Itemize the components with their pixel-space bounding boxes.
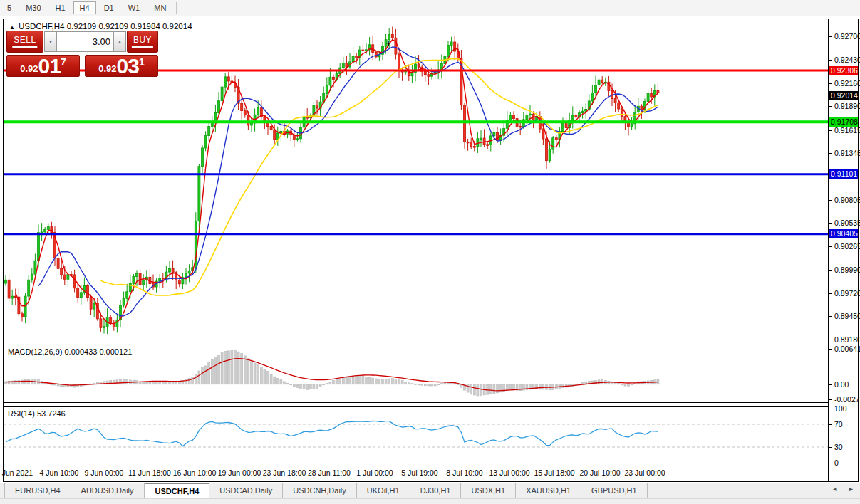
bull-candle-body xyxy=(31,274,33,280)
timeframe-button-mn[interactable]: MN xyxy=(147,1,172,14)
bear-candle-body xyxy=(306,117,309,119)
timeframe-button-h1[interactable]: H1 xyxy=(49,1,72,14)
bear-candle-body xyxy=(241,103,243,110)
bear-candle-body xyxy=(113,323,115,327)
candle xyxy=(454,36,456,60)
sell-price-prefix: 0.92 xyxy=(20,63,38,74)
candle xyxy=(251,118,253,132)
x-axis-label: 16 Jun 10:00 xyxy=(173,468,217,477)
bear-candle-body xyxy=(61,268,63,275)
bull-candle-body xyxy=(352,56,354,62)
buy-button-top[interactable]: BUY xyxy=(127,31,158,53)
y-axis-tick-label: 0.89990 xyxy=(834,266,860,274)
timeframe-button-d1[interactable]: D1 xyxy=(98,1,120,14)
candle xyxy=(300,120,302,142)
chart-tab-usdcnh[interactable]: USDCNH,Daily xyxy=(283,483,357,498)
candle xyxy=(382,42,384,60)
one-click-trade-panel: SELL 0.92 01 7 BUY 0.92 03 xyxy=(6,31,158,77)
x-axis-label: 28 Jun 11:00 xyxy=(308,468,351,477)
candle xyxy=(368,37,371,55)
bear-candle-body xyxy=(464,105,466,142)
bull-candle-body xyxy=(103,326,105,327)
timeframe-button-m30[interactable]: M30 xyxy=(19,1,47,14)
macd-histogram-bar xyxy=(382,379,384,384)
candle xyxy=(362,45,364,60)
bear-candle-body xyxy=(497,132,499,140)
volume-increase-button[interactable]: ▲ xyxy=(113,31,126,52)
rsi-line xyxy=(6,421,658,446)
collapse-panel-icon[interactable]: ▲ xyxy=(9,24,15,31)
macd-histogram-bar xyxy=(214,357,217,384)
chart-tab-xauusd[interactable]: XAUUSD,H1 xyxy=(516,483,581,498)
candle xyxy=(260,100,262,122)
macd-histogram-bar xyxy=(247,358,249,384)
bear-candle-body xyxy=(172,268,174,272)
rsi-axis-tick xyxy=(828,424,832,425)
macd-histogram-bar xyxy=(152,382,155,384)
bear-candle-body xyxy=(657,91,659,93)
y-axis-tick-label: 0.92430 xyxy=(834,56,860,64)
chart-tab-usdx[interactable]: USDX,H1 xyxy=(461,483,516,498)
bull-candle-body xyxy=(28,280,30,296)
bear-candle-body xyxy=(513,115,515,119)
candle xyxy=(571,106,574,128)
sell-price-display[interactable]: 0.92 01 7 xyxy=(6,55,80,77)
macd-histogram-bar xyxy=(260,367,262,384)
chart-tab-eurusd[interactable]: EURUSD,H4 xyxy=(4,483,71,498)
macd-histogram-bar xyxy=(428,384,430,386)
macd-histogram-bar xyxy=(411,384,413,384)
macd-histogram-bar xyxy=(493,384,495,394)
tab-scroll-right-icon[interactable]: ► xyxy=(848,485,854,493)
candle xyxy=(155,278,157,293)
candle xyxy=(631,117,633,130)
rsi-pane-top-border xyxy=(4,406,828,407)
macd-histogram-bar xyxy=(21,380,24,384)
candle xyxy=(440,54,442,78)
candle xyxy=(41,223,43,241)
bull-candle-body xyxy=(647,93,649,102)
chart-tab-dj30[interactable]: DJ30,H1 xyxy=(410,483,462,498)
sell-button-top[interactable]: SELL xyxy=(6,31,43,53)
macd-histogram-bar xyxy=(54,384,56,385)
chart-tab-audusd[interactable]: AUDUSD,Daily xyxy=(71,483,145,498)
tab-scroll-left-icon[interactable]: ◄ xyxy=(831,485,838,493)
y-axis-tick-label: 0.92700 xyxy=(834,32,860,41)
price-level-badge: 0.91708 xyxy=(829,117,858,127)
y-axis-tick xyxy=(828,36,832,37)
macd-histogram-bar xyxy=(234,350,237,384)
candle xyxy=(604,78,606,86)
bear-candle-body xyxy=(601,80,603,83)
macd-histogram-bar xyxy=(293,384,295,387)
chart-tab-usdcad[interactable]: USDCAD,Daily xyxy=(209,483,283,498)
bull-candle-body xyxy=(326,85,328,94)
macd-histogram-bar xyxy=(408,383,410,384)
volume-input[interactable]: 3.00 xyxy=(57,31,113,52)
candle xyxy=(464,103,466,149)
macd-histogram-bar xyxy=(306,384,309,390)
macd-histogram-bar xyxy=(270,374,272,384)
buy-label: BUY xyxy=(132,35,153,48)
chart-tab-ukoil[interactable]: UKOil,H1 xyxy=(357,483,410,498)
macd-histogram-bar xyxy=(477,384,479,396)
macd-pane-bottom-border xyxy=(4,402,828,403)
timeframe-button-5[interactable]: 5 xyxy=(1,1,18,14)
volume-decrease-button[interactable]: ▼ xyxy=(44,31,57,52)
buy-price-display[interactable]: 0.92 03 1 xyxy=(85,55,158,77)
macd-histogram-bar xyxy=(116,380,118,384)
candle xyxy=(21,312,24,322)
bear-candle-body xyxy=(651,93,653,97)
macd-histogram-bar xyxy=(415,384,417,384)
bear-candle-body xyxy=(391,35,393,38)
chart-tab-gbpusd[interactable]: GBPUSD,H1 xyxy=(581,483,648,498)
bear-candle-body xyxy=(274,130,276,140)
trading-terminal: 5M30H1H4D1W1MN + ▲USDCHF,H4 0.92109 0.92… xyxy=(0,0,860,504)
rsi-pane-chart xyxy=(4,407,828,466)
macd-histogram-bar xyxy=(155,382,157,384)
macd-histogram-bar xyxy=(497,384,499,393)
x-axis-label: 9 Jun 00:00 xyxy=(85,468,124,477)
timeframe-button-h4[interactable]: H4 xyxy=(73,1,96,14)
timeframe-button-w1[interactable]: W1 xyxy=(122,1,147,14)
chart-tab-usdchf[interactable]: USDCHF,H4 xyxy=(145,483,210,498)
x-axis-label: 1 Jun 2021 xyxy=(0,468,33,477)
y-axis-tick xyxy=(828,83,832,84)
